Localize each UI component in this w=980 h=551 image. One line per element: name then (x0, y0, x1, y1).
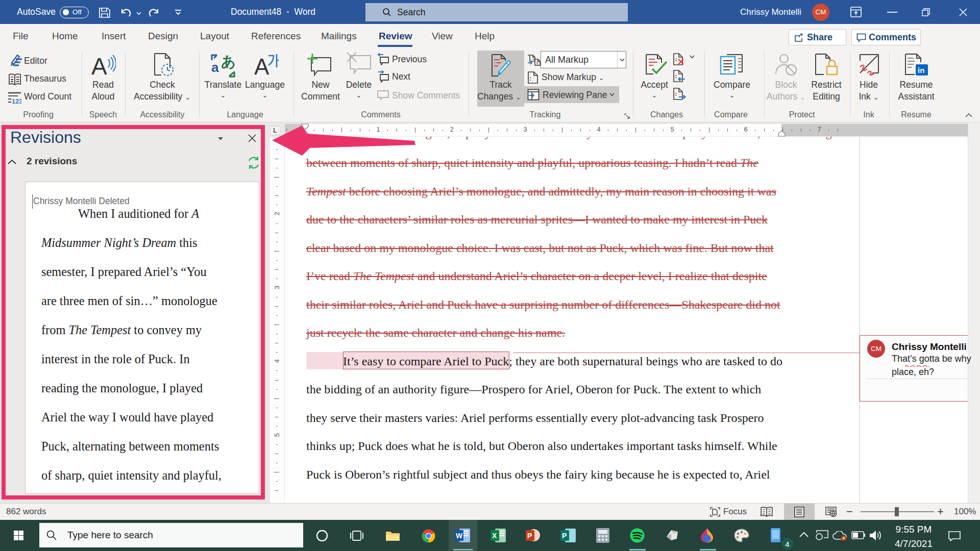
svg-text:W: W (456, 532, 463, 540)
svg-text:P: P (527, 532, 532, 540)
svg-text:P: P (562, 532, 567, 540)
svg-text:123: 123 (12, 98, 21, 104)
svg-text:a: a (211, 60, 219, 75)
svg-text:in: in (918, 66, 924, 74)
svg-text:あ: あ (221, 54, 235, 69)
svg-text:A: A (91, 53, 107, 79)
svg-text:A: A (254, 54, 270, 79)
svg-text:X: X (492, 532, 497, 540)
